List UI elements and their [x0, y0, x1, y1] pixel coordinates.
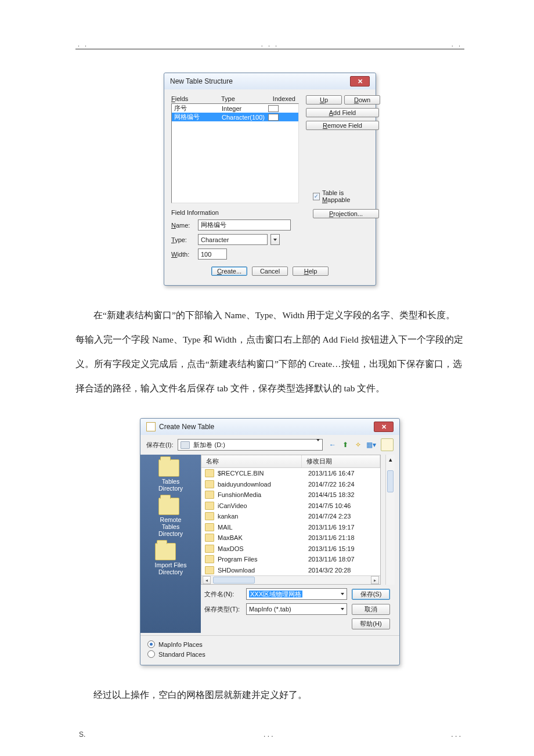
close-icon[interactable]: ✕	[374, 422, 394, 432]
vertical-scrollbar[interactable]: ▴	[385, 455, 395, 585]
fields-listbox[interactable]: 序号 Integer 网格编号 Character(100)	[171, 103, 299, 203]
scroll-left-icon[interactable]: ◂	[203, 576, 211, 584]
sidebar-item-tables[interactable]: Tables Directory	[158, 459, 183, 492]
col-name[interactable]: 名称	[201, 455, 302, 467]
type-select[interactable]: Character	[198, 234, 268, 245]
col-date[interactable]: 修改日期	[302, 455, 380, 467]
type-label: Type:	[171, 236, 194, 243]
field-row[interactable]: 序号 Integer	[172, 104, 298, 113]
footer-left: S.	[79, 730, 85, 739]
file-row[interactable]: baiduyundownload2014/7/22 16:24	[201, 479, 380, 490]
width-input[interactable]: 100	[198, 249, 227, 260]
sidebar-item-import[interactable]: Import Files Directory	[155, 543, 187, 575]
page-footer: S. . . . . . .	[75, 730, 464, 739]
radio-icon	[147, 650, 155, 658]
file-row[interactable]: MaxBAK2013/11/6 21:18	[201, 532, 380, 543]
save-button[interactable]: 保存(S)	[352, 589, 390, 600]
sidebar-item-label: Remote Tables Directory	[158, 516, 183, 537]
toolbar-row: 保存在(I): 新加卷 (D:) ← ⬆ ✧ ▦▾	[140, 435, 399, 455]
radio-icon	[147, 640, 155, 648]
file-row[interactable]: iCanVideo2014/7/5 10:46	[201, 501, 380, 512]
radio-mapinfo-places[interactable]: MapInfo Places	[147, 640, 392, 648]
file-name: MaxBAK	[218, 534, 308, 541]
cancel-button[interactable]: 取消	[352, 604, 390, 615]
folder-icon	[205, 512, 214, 520]
file-row[interactable]: SHDownload2014/3/2 20:28	[201, 565, 380, 576]
add-field-button[interactable]: Add Field	[306, 108, 379, 117]
chevron-down-icon	[316, 439, 320, 448]
folder-icon	[205, 480, 214, 488]
drive-name: 新加卷 (D:)	[193, 441, 225, 449]
new-table-structure-dialog: New Table Structure ✕ Fields Type Indexe…	[164, 73, 376, 286]
column-headers: Fields Type Indexed	[171, 95, 299, 102]
file-date: 2014/7/24 2:23	[308, 513, 377, 520]
file-row[interactable]: kankan2014/7/24 2:23	[201, 511, 380, 522]
fields-head: ields	[175, 95, 189, 102]
view-menu-icon[interactable]: ▦▾	[366, 440, 376, 450]
file-name: iCanVideo	[218, 502, 308, 509]
help-button[interactable]: Help	[293, 267, 329, 276]
chevron-down-icon[interactable]	[270, 234, 280, 245]
folder-icon	[205, 523, 214, 531]
dialog-titlebar: New Table Structure ✕	[164, 73, 376, 89]
radio-label: Standard Places	[158, 651, 205, 658]
fields-panel: Fields Type Indexed 序号 Integer 网格编号 Char…	[171, 95, 299, 260]
file-row[interactable]: Program Files2013/11/6 18:07	[201, 554, 380, 565]
table-mappable-checkbox[interactable]: Table is Mappable	[313, 189, 369, 203]
create-new-table-dialog: Create New Table ✕ 保存在(I): 新加卷 (D:) ← ⬆ …	[140, 418, 400, 665]
radio-standard-places[interactable]: Standard Places	[147, 650, 392, 658]
up-button[interactable]: Up	[306, 95, 342, 105]
folder-icon	[205, 491, 214, 499]
file-row[interactable]: MAIL2013/11/6 19:17	[201, 522, 380, 533]
up-folder-icon[interactable]: ⬆	[340, 440, 351, 450]
scroll-right-icon[interactable]: ▸	[371, 576, 379, 584]
scroll-up-icon[interactable]: ▴	[389, 456, 392, 463]
filename-label: 文件名(N):	[204, 590, 241, 599]
projection-button[interactable]: Projection...	[313, 209, 379, 218]
folder-icon	[158, 459, 179, 477]
dialog-titlebar: Create New Table ✕	[140, 419, 399, 435]
down-button[interactable]: Down	[344, 95, 380, 105]
field-row[interactable]: 网格编号 Character(100)	[172, 113, 298, 121]
paragraph: 经过以上操作，空白的网格图层就新建并定义好了。	[75, 683, 464, 707]
help-button[interactable]: 帮助(H)	[352, 618, 390, 629]
file-row[interactable]: MaxDOS2013/11/6 15:19	[201, 543, 380, 555]
create-button[interactable]: Create...	[211, 267, 247, 276]
folder-icon	[205, 566, 214, 574]
filename-value: XXX区域物理网格	[249, 591, 302, 597]
back-icon[interactable]: ←	[327, 440, 338, 450]
sidebar-item-remote[interactable]: Remote Tables Directory	[158, 498, 183, 537]
filetype-select[interactable]: MapInfo (*.tab)	[246, 603, 347, 615]
footer-right: . . .	[451, 730, 461, 739]
save-in-combo[interactable]: 新加卷 (D:)	[178, 439, 323, 451]
cancel-button[interactable]: Cancel	[252, 267, 288, 276]
filename-input[interactable]: XXX区域物理网格	[246, 588, 347, 600]
close-icon[interactable]: ✕	[350, 76, 370, 87]
scroll-thumb[interactable]	[213, 577, 255, 584]
new-folder-icon[interactable]: ✧	[353, 440, 363, 450]
file-name: Program Files	[218, 556, 308, 563]
dots: . .	[452, 41, 462, 48]
file-date: 2014/7/22 16:24	[308, 481, 377, 488]
name-input[interactable]: 网格编号	[198, 219, 291, 231]
check-icon	[313, 193, 320, 200]
mapinfo-icon[interactable]	[381, 438, 394, 451]
dots: . . .	[261, 41, 279, 48]
file-row[interactable]: $RECYCLE.BIN2013/11/6 16:47	[201, 468, 380, 479]
dialog-title: New Table Structure	[170, 77, 233, 85]
paragraph: 在“新建表结构窗口”的下部输入 Name、Type、Width 用于定义字段的名…	[75, 303, 464, 401]
scroll-thumb[interactable]	[387, 470, 394, 492]
list-header: 名称 修改日期	[201, 455, 380, 468]
folder-icon	[205, 555, 214, 563]
chevron-down-icon	[341, 608, 344, 610]
header-dots: . . . . . . .	[75, 41, 464, 48]
sidebar-item-label: Import Files Directory	[155, 561, 187, 575]
indexed-checkbox[interactable]	[268, 105, 279, 112]
sidebar-item-label: Tables Directory	[158, 478, 183, 492]
file-row[interactable]: FunshionMedia2014/4/15 18:32	[201, 489, 380, 501]
file-date: 2013/11/6 16:47	[308, 470, 377, 477]
indexed-checkbox[interactable]	[268, 114, 279, 121]
file-list[interactable]: 名称 修改日期 $RECYCLE.BIN2013/11/6 16:47baidu…	[201, 455, 381, 585]
horizontal-scrollbar[interactable]: ◂ ▸	[201, 575, 380, 584]
remove-field-button[interactable]: Remove Field	[306, 121, 379, 130]
